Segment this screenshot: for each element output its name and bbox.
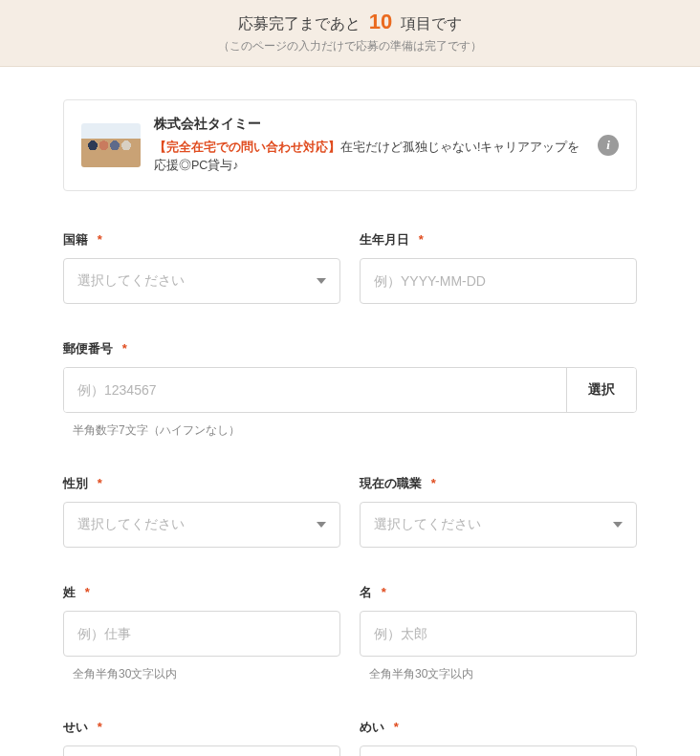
nationality-placeholder: 選択してください — [77, 272, 317, 290]
label-dob: 生年月日 * — [360, 231, 637, 248]
job-company: 株式会社タイミー — [154, 116, 584, 133]
job-title: 【完全在宅での問い合わせ対応】在宅だけど孤独じゃない!キャリアアップを応援◎PC… — [154, 139, 584, 175]
progress-main-text: 応募完了まであと 10 項目です — [0, 10, 700, 34]
progress-banner: 応募完了まであと 10 項目です （このページの入力だけで応募の準備は完了です） — [0, 0, 700, 67]
required-mark: * — [431, 476, 436, 490]
label-lastname: 姓 * — [63, 584, 340, 601]
label-gender: 性別 * — [63, 475, 340, 492]
field-dob: 生年月日 * — [360, 231, 637, 304]
postal-input[interactable] — [64, 368, 566, 412]
field-lastname: 姓 * 全角半角30文字以内 — [63, 584, 340, 682]
dob-input[interactable] — [360, 258, 637, 304]
field-firstname-kana: めい * 全角半角60文字以内 — [360, 719, 637, 757]
firstname-input[interactable] — [360, 611, 637, 657]
job-card: 株式会社タイミー 【完全在宅での問い合わせ対応】在宅だけど孤独じゃない!キャリア… — [63, 99, 637, 191]
required-mark: * — [98, 232, 102, 247]
label-nationality: 国籍 * — [63, 231, 340, 248]
label-firstname-kana: めい * — [360, 719, 637, 736]
required-mark: * — [382, 585, 386, 599]
field-gender: 性別 * 選択してください — [63, 475, 340, 548]
required-mark: * — [419, 232, 424, 247]
postal-hint: 半角数字7文字（ハイフンなし） — [63, 422, 637, 439]
field-firstname: 名 * 全角半角30文字以内 — [360, 584, 637, 682]
required-mark: * — [394, 720, 399, 734]
job-text: 株式会社タイミー 【完全在宅での問い合わせ対応】在宅だけど孤独じゃない!キャリア… — [154, 116, 584, 175]
progress-count: 10 — [369, 10, 392, 33]
chevron-down-icon — [613, 522, 623, 528]
progress-sub-text: （このページの入力だけで応募の準備は完了です） — [0, 38, 700, 54]
occupation-select[interactable]: 選択してください — [360, 502, 637, 548]
label-occupation: 現在の職業 * — [360, 475, 637, 492]
required-mark: * — [122, 341, 127, 356]
required-mark: * — [98, 476, 102, 490]
progress-prefix: 応募完了まであと — [238, 15, 361, 32]
postal-select-button[interactable]: 選択 — [566, 368, 636, 412]
field-lastname-kana: せい * 全角半角60文字以内 — [63, 719, 340, 757]
gender-select[interactable]: 選択してください — [63, 502, 340, 548]
occupation-placeholder: 選択してください — [374, 516, 613, 533]
field-nationality: 国籍 * 選択してください — [63, 231, 340, 304]
label-firstname: 名 * — [360, 584, 637, 601]
label-lastname-kana: せい * — [63, 719, 340, 736]
field-occupation: 現在の職業 * 選択してください — [360, 475, 637, 548]
required-mark: * — [98, 720, 102, 734]
field-postal: 郵便番号 * 選択 半角数字7文字（ハイフンなし） — [63, 340, 637, 439]
firstname-hint: 全角半角30文字以内 — [360, 666, 637, 682]
info-icon[interactable]: i — [598, 135, 619, 156]
progress-suffix: 項目です — [401, 15, 462, 32]
chevron-down-icon — [317, 278, 326, 284]
nationality-select[interactable]: 選択してください — [63, 258, 340, 304]
lastname-input[interactable] — [63, 611, 340, 657]
firstname-kana-input[interactable] — [360, 745, 637, 757]
lastname-kana-input[interactable] — [63, 745, 340, 757]
lastname-hint: 全角半角30文字以内 — [63, 666, 340, 682]
job-thumbnail — [81, 123, 141, 167]
label-postal: 郵便番号 * — [63, 340, 637, 357]
job-title-highlight: 【完全在宅での問い合わせ対応】 — [154, 140, 340, 154]
postal-group: 選択 — [63, 367, 637, 413]
chevron-down-icon — [317, 522, 326, 528]
required-mark: * — [85, 585, 90, 599]
gender-placeholder: 選択してください — [77, 516, 317, 533]
